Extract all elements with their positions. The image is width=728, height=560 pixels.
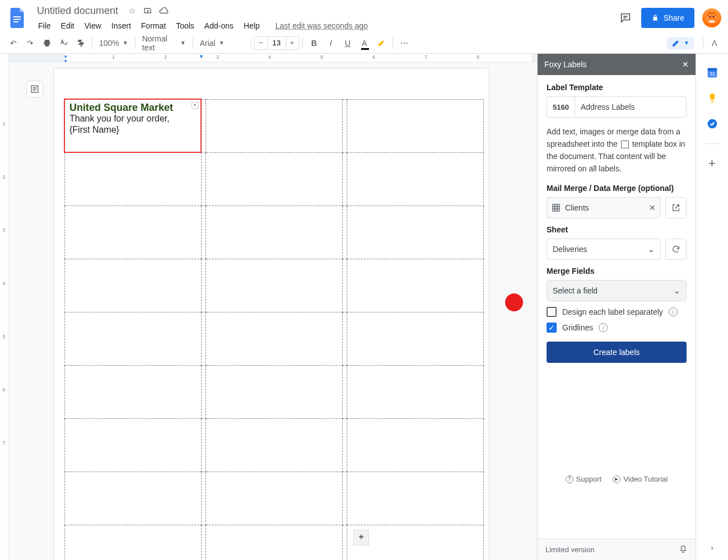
add-addon-icon[interactable]: + xyxy=(706,157,718,170)
svg-point-4 xyxy=(710,16,711,18)
info-icon[interactable]: i xyxy=(669,307,678,316)
data-source-chip[interactable]: Clients ✕ xyxy=(547,197,661,218)
template-box-icon xyxy=(621,141,629,148)
print-button[interactable] xyxy=(39,35,55,51)
refresh-sheet-button[interactable] xyxy=(665,239,687,260)
text-color-button[interactable]: A xyxy=(357,35,372,51)
label-template-selector[interactable]: 5160 Address Labels xyxy=(547,96,687,118)
more-toolbar-button[interactable]: ⋯ xyxy=(396,35,412,51)
sheet-select[interactable]: Deliveries ⌄ xyxy=(547,239,661,260)
version-label: Limited version xyxy=(545,545,594,554)
refresh-icon xyxy=(671,245,680,254)
zoom-select[interactable]: 100%▼ xyxy=(96,36,132,50)
cell-line-2: {First Name} xyxy=(69,124,196,136)
play-icon: ▶ xyxy=(613,475,620,483)
close-icon[interactable]: ✕ xyxy=(682,60,689,69)
cell-title: United Square Market xyxy=(69,102,196,113)
paint-format-button[interactable] xyxy=(73,35,88,51)
share-button[interactable]: Share xyxy=(641,8,694,28)
template-name: Address Labels xyxy=(575,97,686,117)
underline-button[interactable]: U xyxy=(340,35,356,51)
document-canvas[interactable]: ▾ ▼ ▴ 1 2 3 4 5 6 7 8 ▾ United Square Ma… xyxy=(8,54,537,560)
highlight-button[interactable] xyxy=(374,35,389,51)
data-source-name: Clients xyxy=(565,203,589,212)
label-template-heading: Label Template xyxy=(547,83,687,92)
docs-logo[interactable] xyxy=(7,7,29,29)
support-link[interactable]: ?Support xyxy=(566,475,602,483)
merge-fields-heading: Merge Fields xyxy=(547,267,687,276)
redo-button[interactable]: ↷ xyxy=(22,35,38,51)
menu-file[interactable]: File xyxy=(34,19,55,32)
account-avatar[interactable] xyxy=(702,8,721,27)
last-edit-link[interactable]: Last edit was seconds ago xyxy=(272,19,371,32)
hide-rail-icon[interactable]: › xyxy=(711,543,713,552)
move-icon[interactable] xyxy=(143,6,153,16)
cell-line-1: Thank you for your order, xyxy=(69,113,196,124)
sheet-icon xyxy=(552,203,561,212)
gridlines-label: Gridlines xyxy=(562,323,593,332)
italic-button[interactable]: I xyxy=(323,35,339,51)
keep-icon[interactable] xyxy=(706,92,718,104)
tasks-icon[interactable] xyxy=(706,118,718,130)
bold-button[interactable]: B xyxy=(306,35,322,51)
svg-rect-2 xyxy=(13,21,18,22)
notifications-icon[interactable] xyxy=(679,544,688,555)
document-title[interactable]: Untitled document xyxy=(34,4,122,18)
font-size-stepper[interactable]: − + xyxy=(254,36,299,50)
calendar-icon[interactable]: 31 xyxy=(706,66,718,78)
menu-tools[interactable]: Tools xyxy=(171,19,199,32)
font-size-increase[interactable]: + xyxy=(286,36,299,50)
template-cell[interactable]: ▾ United Square Market Thank you for you… xyxy=(64,99,201,152)
star-icon[interactable]: ☆ xyxy=(127,6,137,16)
side-rail: 31 + › xyxy=(696,54,728,560)
menu-insert[interactable]: Insert xyxy=(107,19,136,32)
svg-rect-9 xyxy=(707,68,717,71)
editing-mode-button[interactable]: ▼ xyxy=(667,37,694,49)
hide-menus-button[interactable]: ᐱ xyxy=(707,35,722,51)
open-source-button[interactable] xyxy=(665,197,687,218)
mail-merge-heading: Mail Merge / Data Merge (optional) xyxy=(547,184,687,193)
undo-button[interactable]: ↶ xyxy=(6,35,21,51)
design-separately-checkbox[interactable] xyxy=(547,307,557,317)
create-labels-button[interactable]: Create labels xyxy=(547,342,687,363)
font-select[interactable]: Arial▼ xyxy=(197,36,247,50)
menu-bar: File Edit View Insert Format Tools Add-o… xyxy=(34,19,618,32)
menu-view[interactable]: View xyxy=(80,19,106,32)
spellcheck-button[interactable] xyxy=(56,35,72,51)
merge-field-select[interactable]: Select a field ⌄ xyxy=(547,280,687,301)
sheet-heading: Sheet xyxy=(547,225,687,234)
toolbar: ↶ ↷ 100%▼ Normal text▼ Arial▼ − + B I U … xyxy=(0,32,728,54)
menu-help[interactable]: Help xyxy=(239,19,264,32)
vertical-ruler: 1 2 3 4 5 6 7 xyxy=(0,54,8,560)
remove-source-icon[interactable]: ✕ xyxy=(649,203,656,212)
open-external-icon xyxy=(671,203,680,212)
addon-sidepanel: Foxy Labels ✕ Label Template 5160 Addres… xyxy=(537,54,696,560)
template-description: Add text, images or merge data from a sp… xyxy=(547,125,687,175)
paragraph-style-select[interactable]: Normal text▼ xyxy=(139,36,189,50)
svg-point-5 xyxy=(713,16,715,18)
cloud-status-icon[interactable] xyxy=(158,6,169,16)
menu-addons[interactable]: Add-ons xyxy=(200,19,238,32)
cell-menu-button[interactable]: ▾ xyxy=(192,102,198,109)
svg-text:31: 31 xyxy=(709,71,715,77)
menu-format[interactable]: Format xyxy=(137,19,170,32)
chevron-down-icon: ⌄ xyxy=(674,286,680,295)
horizontal-ruler: ▾ ▼ ▴ 1 2 3 4 5 6 7 8 xyxy=(8,54,537,62)
svg-rect-7 xyxy=(553,204,559,211)
menu-edit[interactable]: Edit xyxy=(57,19,79,32)
font-size-input[interactable] xyxy=(268,36,286,50)
explore-button[interactable] xyxy=(353,530,369,545)
comments-icon[interactable] xyxy=(618,10,633,26)
document-outline-button[interactable] xyxy=(26,81,43,97)
font-size-decrease[interactable]: − xyxy=(254,36,268,50)
label-grid: ▾ United Square Market Thank you for you… xyxy=(64,99,484,560)
design-separately-label: Design each label separately xyxy=(562,307,663,316)
gridlines-checkbox[interactable]: ✓ xyxy=(547,323,557,333)
svg-rect-1 xyxy=(13,19,21,20)
share-label: Share xyxy=(664,13,684,22)
info-icon[interactable]: i xyxy=(599,323,608,332)
sheet-value: Deliveries xyxy=(553,245,587,254)
svg-rect-0 xyxy=(13,16,21,17)
video-tutorial-link[interactable]: ▶Video Tutorial xyxy=(613,475,668,483)
pencil-icon xyxy=(671,39,680,48)
